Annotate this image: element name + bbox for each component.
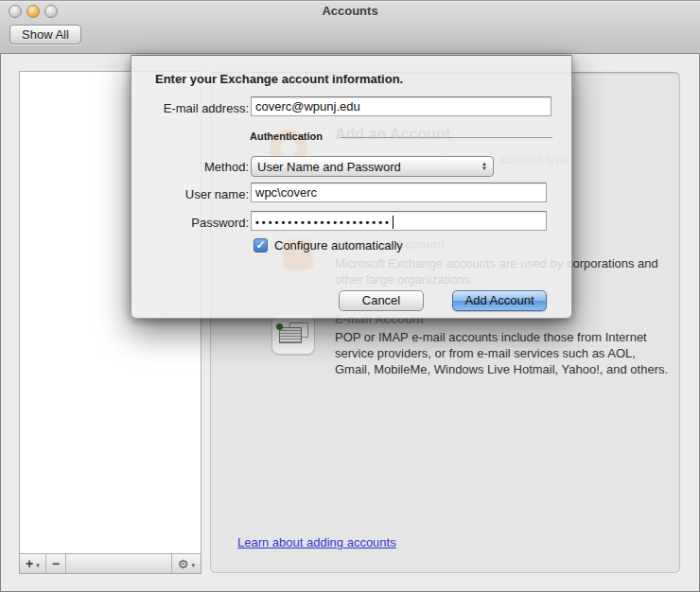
checkmark-icon: ✓ [255, 238, 265, 252]
accounts-window: Accounts Show All + ▾ − ⚙ ▾ Add an Accou… [0, 0, 700, 592]
title-bar: Accounts Show All [0, 0, 700, 54]
toolbar-spacer [66, 554, 171, 573]
plus-icon: + [26, 557, 33, 570]
account-actions-menu-button[interactable]: ⚙ ▾ [171, 554, 201, 573]
sheet-title: Enter your Exchange account information. [155, 72, 403, 86]
configure-automatically-label[interactable]: Configure automatically [274, 238, 403, 252]
text-cursor [393, 216, 394, 229]
popup-stepper-icon: ▲ ▼ [481, 162, 487, 171]
username-field[interactable]: wpc\coverc [251, 183, 547, 202]
stepper-down-icon: ▼ [481, 166, 487, 171]
configure-automatically-checkbox[interactable]: ✓ [254, 238, 268, 252]
window-title: Accounts [0, 4, 700, 18]
exchange-account-sheet: Enter your Exchange account information.… [131, 55, 572, 319]
add-account-button[interactable]: Add Account [452, 290, 547, 311]
chevron-down-icon: ▾ [191, 558, 195, 569]
email-address-label: E-mail address: [131, 101, 249, 115]
chevron-down-icon: ▾ [36, 558, 40, 569]
email-account-description: POP or IMAP e-mail accounts include thos… [335, 329, 674, 377]
minus-icon: − [52, 557, 60, 570]
show-all-button[interactable]: Show All [9, 25, 81, 44]
password-label: Password: [131, 216, 249, 230]
email-account-icon[interactable] [271, 313, 315, 355]
remove-account-button[interactable]: − [46, 554, 66, 573]
username-label: User name: [131, 187, 249, 201]
accounts-list-toolbar: + ▾ − ⚙ ▾ [19, 553, 201, 574]
envelope-front-icon [279, 327, 302, 343]
method-selected-value: User Name and Password [257, 160, 401, 174]
email-address-field[interactable]: coverc@wpunj.edu [251, 96, 551, 116]
learn-about-adding-accounts-link[interactable]: Learn about adding accounts [237, 535, 396, 549]
password-dots: ••••••••••••••••••••• [255, 217, 392, 228]
method-popup-button[interactable]: User Name and Password ▲ ▼ [251, 156, 494, 177]
cancel-button[interactable]: Cancel [339, 290, 424, 311]
method-label: Method: [131, 160, 249, 174]
password-field[interactable]: ••••••••••••••••••••• [251, 211, 547, 231]
authentication-divider [340, 137, 552, 138]
gear-icon: ⚙ [178, 558, 189, 570]
add-account-menu-button[interactable]: + ▾ [20, 554, 46, 573]
green-dot-icon [276, 323, 283, 330]
authentication-section-label: Authentication [250, 131, 323, 142]
